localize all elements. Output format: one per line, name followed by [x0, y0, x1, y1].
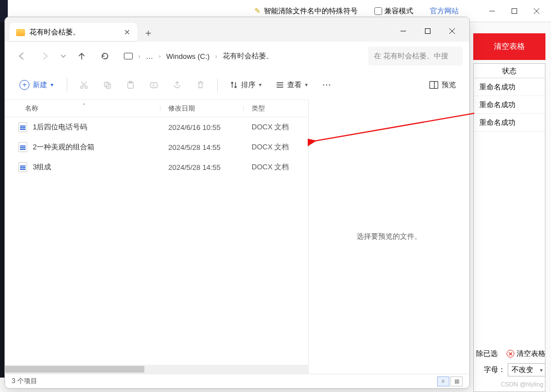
view-label: 查看	[287, 80, 302, 90]
svg-text:A: A	[152, 83, 155, 87]
file-type: DOCX 文档	[244, 142, 308, 152]
file-name: 3组成	[33, 162, 51, 172]
plus-circle-icon: +	[19, 80, 29, 90]
this-pc-icon	[124, 53, 133, 59]
bg-right-panel: 清空表格 状态 重命名成功 重命名成功 重命名成功	[473, 33, 545, 392]
bg-minimize-button[interactable]	[481, 3, 503, 19]
font-dropdown[interactable]: 不改变 ▾	[508, 363, 545, 376]
docx-icon	[18, 142, 27, 152]
preview-hint: 选择要预览的文件。	[357, 232, 422, 242]
folder-icon	[16, 29, 25, 36]
tab-close-button[interactable]: ✕	[124, 28, 131, 37]
view-button[interactable]: 查看 ▾	[271, 76, 313, 94]
status-row: 重命名成功	[474, 78, 545, 96]
font-label: 字母：	[484, 365, 505, 375]
explorer-content: 名称 ˄ 修改日期 类型 1后四位电话号码 2024/6/16 10:55 DO…	[5, 99, 469, 374]
file-explorer-window: 花有时会枯萎。 ✕ ＋ › … › Windows (C:) › 花有时会枯萎。…	[4, 17, 470, 389]
col-name-label: 名称	[25, 104, 38, 112]
rename-button[interactable]: A	[144, 75, 164, 95]
explorer-navbar: › … › Windows (C:) › 花有时会枯萎。 在 花有时会枯萎。中搜	[5, 42, 469, 71]
explorer-tabbar: 花有时会枯萎。 ✕ ＋	[5, 17, 469, 42]
cut-button[interactable]	[74, 75, 94, 95]
explorer-maximize-button[interactable]	[416, 23, 439, 39]
file-list-area: 名称 ˄ 修改日期 类型 1后四位电话号码 2024/6/16 10:55 DO…	[5, 99, 308, 374]
thumbnails-view-button[interactable]: ▦	[450, 376, 463, 386]
svg-point-8	[81, 86, 83, 88]
status-row: 重命名成功	[474, 114, 545, 132]
file-row[interactable]: 3组成 2024/5/28 14:55 DOCX 文档	[5, 157, 308, 177]
search-placeholder: 在 花有时会枯萎。中搜	[374, 51, 448, 61]
preview-pane-icon	[429, 81, 438, 89]
svg-rect-12	[104, 82, 109, 87]
clear-table-label[interactable]: 清空表格	[517, 349, 545, 359]
bg-maximize-button[interactable]	[503, 3, 525, 19]
explorer-tab[interactable]: 花有时会枯萎。 ✕	[9, 23, 137, 42]
preview-pane: 选择要预览的文件。	[308, 99, 469, 374]
preview-label: 预览	[442, 80, 456, 90]
explorer-toolbar: + 新建 ▾ A 排序 ▾ 查看 ▾ ⋯ 预览	[5, 71, 469, 99]
more-button[interactable]: ⋯	[317, 75, 337, 95]
details-view-button[interactable]: ≡	[437, 376, 449, 386]
explorer-close-button[interactable]	[440, 23, 464, 39]
docx-icon	[18, 122, 27, 132]
chevron-down-icon: ▾	[540, 367, 543, 373]
horizontal-scrollbar[interactable]	[5, 365, 308, 374]
new-button[interactable]: + 新建 ▾	[13, 76, 60, 94]
scrollbar-thumb[interactable]	[5, 366, 144, 373]
wand-icon: ✎	[254, 7, 261, 15]
bg-close-button[interactable]	[525, 3, 548, 19]
back-button[interactable]	[12, 46, 32, 66]
status-table: 状态 重命名成功 重命名成功 重命名成功	[473, 63, 545, 392]
col-header-name[interactable]: 名称 ˄	[5, 104, 161, 113]
sort-indicator-icon: ˄	[83, 103, 86, 109]
breadcrumb-drive[interactable]: Windows (C:)	[166, 52, 209, 61]
delete-button[interactable]	[191, 75, 211, 95]
divider	[67, 78, 67, 92]
list-icon	[276, 81, 284, 89]
svg-rect-1	[512, 8, 517, 13]
address-bar[interactable]: › … › Windows (C:) › 花有时会枯萎。	[118, 47, 365, 66]
bg-bottom-controls: 除已选 ✕ 清空表格 字母： 不改变 ▾ CSDN @hlyling	[468, 349, 545, 388]
explorer-minimize-button[interactable]	[392, 23, 415, 39]
clear-table-button[interactable]: 清空表格	[473, 33, 545, 60]
chevron-down-icon: ▾	[51, 82, 53, 88]
file-type: DOCX 文档	[244, 122, 308, 132]
file-name: 1后四位电话号码	[33, 122, 87, 132]
history-dropdown-button[interactable]	[58, 46, 68, 66]
chevron-down-icon: ▾	[259, 82, 262, 88]
sort-icon	[230, 81, 238, 89]
col-header-date[interactable]: 修改日期	[161, 104, 244, 113]
new-tab-button[interactable]: ＋	[139, 24, 157, 42]
svg-rect-13	[106, 84, 111, 88]
up-button[interactable]	[72, 46, 92, 66]
chevron-right-icon: ›	[138, 53, 141, 59]
chevron-right-icon: ›	[159, 53, 161, 59]
preview-pane-button[interactable]: 预览	[424, 76, 462, 94]
share-button[interactable]	[167, 75, 187, 95]
compat-mode-checkbox[interactable]: 兼容模式	[374, 6, 413, 16]
file-row[interactable]: 2一种美观的组合箱 2024/5/28 14:55 DOCX 文档	[5, 137, 308, 157]
breadcrumb-folder[interactable]: 花有时会枯萎。	[223, 51, 273, 61]
copy-button[interactable]	[97, 75, 117, 95]
chevron-right-icon: ›	[215, 53, 217, 59]
breadcrumb-ellipsis[interactable]: …	[146, 52, 153, 61]
bg-app-title: 智能清除文件名中的特殊符号	[264, 6, 358, 16]
svg-rect-21	[430, 81, 438, 88]
forward-button[interactable]	[35, 46, 55, 66]
col-header-type[interactable]: 类型	[244, 104, 308, 113]
official-site-link[interactable]: 官方网站	[430, 6, 459, 16]
file-type: DOCX 文档	[244, 162, 308, 172]
column-headers: 名称 ˄ 修改日期 类型	[5, 99, 308, 117]
compat-checkbox-box[interactable]	[374, 7, 382, 15]
paste-button[interactable]	[121, 75, 141, 95]
status-row: 重命名成功	[474, 96, 545, 114]
watermark: CSDN @hlyling	[468, 381, 545, 388]
remove-selected-label[interactable]: 除已选	[476, 349, 498, 359]
search-input[interactable]: 在 花有时会枯萎。中搜	[368, 47, 463, 66]
file-date: 2024/5/28 14:55	[161, 163, 244, 172]
refresh-button[interactable]	[95, 46, 115, 66]
compat-label: 兼容模式	[384, 6, 413, 16]
sort-button[interactable]: 排序 ▾	[224, 76, 267, 94]
file-row[interactable]: 1后四位电话号码 2024/6/16 10:55 DOCX 文档	[5, 117, 308, 137]
sort-label: 排序	[241, 80, 256, 90]
